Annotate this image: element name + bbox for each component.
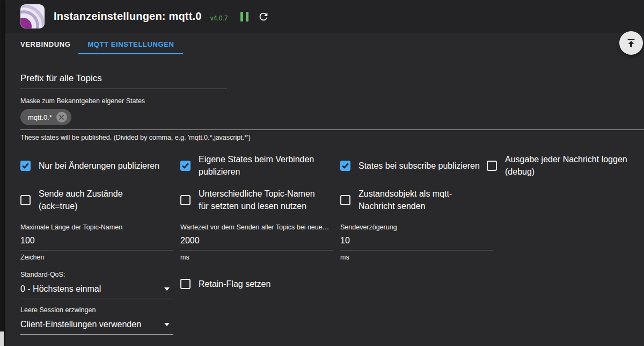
refresh-icon[interactable]: [258, 11, 269, 23]
checkbox-debug-log-messages[interactable]: Ausgabe jeder Nachricht loggen (debug): [487, 153, 644, 178]
send-interval-field: Sendeverzögerung ms: [340, 223, 493, 262]
checkbox-icon[interactable]: [340, 195, 350, 205]
max-topic-length-field: Maximale Länge der Topic-Namen Zeichen: [20, 223, 173, 262]
field-helper: ms: [180, 253, 333, 262]
clean-session-select[interactable]: Leere Session erzwingen Client-Einstellu…: [20, 306, 173, 335]
checkbox-icon[interactable]: [487, 161, 497, 171]
session-row: Leere Session erzwingen Client-Einstellu…: [20, 306, 644, 335]
chevron-down-icon: [164, 323, 170, 326]
checkbox-icon[interactable]: [180, 279, 191, 289]
tab-mqtt-einstellungen[interactable]: MQTT EINSTELLUNGEN: [78, 33, 183, 55]
checkbox-label: Zustandsobjekt als mqtt-Nachricht senden: [358, 188, 460, 212]
field-label: Wartezeit vor dem Senden aller Topics be…: [180, 223, 333, 232]
checkbox-row-1: Nur bei Änderungen publizieren Eigene St…: [20, 153, 644, 178]
checkbox-retain-flag[interactable]: Retain-Flag setzen: [180, 278, 644, 290]
chevron-down-icon: [164, 287, 170, 291]
send-delay-on-connect-field: Wartezeit vor dem Senden aller Topics be…: [180, 223, 333, 262]
checkbox-publish-on-change[interactable]: Nur bei Änderungen publizieren: [20, 153, 180, 178]
checkbox-label: Eigene States beim Verbinden publizieren: [199, 153, 323, 178]
send-interval-input[interactable]: [340, 233, 493, 250]
checkbox-label: Retain-Flag setzen: [199, 278, 270, 290]
background-edge-notch: [0, 331, 4, 346]
qos-row: Standard-QoS: 0 - Höchstens einmal Retai…: [20, 270, 644, 299]
publish-mask-label: Maske zum Bekanntgeben eigener States: [20, 97, 644, 105]
field-label: Sendeverzögerung: [340, 223, 493, 232]
default-qos-select[interactable]: Standard-QoS: 0 - Höchstens einmal: [20, 270, 173, 299]
checkbox-publish-states-on-subscribe[interactable]: States bei subscribe publizieren: [340, 153, 487, 178]
send-delay-on-connect-input[interactable]: [180, 233, 333, 250]
field-label: Maximale Länge der Topic-Namen: [20, 223, 173, 232]
scroll-top-fab[interactable]: [619, 31, 643, 55]
pause-icon[interactable]: [240, 12, 248, 21]
select-value: 0 - Höchstens einmal: [20, 284, 101, 294]
checkbox-icon[interactable]: [20, 195, 31, 205]
publish-mask-chips-input[interactable]: mqtt.0.*: [20, 109, 644, 130]
publish-mask-helper-text: These states will be published. (Divided…: [20, 133, 644, 142]
checkbox-publish-own-states-on-connect[interactable]: Eigene States beim Verbinden publizieren: [180, 153, 340, 178]
publish-up-icon: [625, 37, 637, 49]
field-helper: ms: [340, 253, 493, 262]
mqtt-adapter-logo-icon: [20, 4, 45, 28]
settings-form: Prefix für alle Topics Maske zum Bekannt…: [5, 73, 644, 335]
checkbox-row-2: Sende auch Zustände (ack=true) Unterschi…: [20, 188, 644, 212]
mask-chip-label: mqtt.0.*: [28, 113, 52, 121]
checkbox-icon[interactable]: [180, 161, 191, 171]
max-topic-length-input[interactable]: [20, 233, 173, 250]
field-helper: Zeichen: [20, 253, 173, 262]
tab-verbindung[interactable]: VERBINDUNG: [20, 33, 70, 55]
mask-chip[interactable]: mqtt.0.*: [20, 109, 71, 125]
checkbox-icon[interactable]: [340, 161, 350, 171]
dialog-title: Instanzeinstellungen: mqtt.0: [54, 10, 202, 23]
checkbox-state-object-as-mqtt-message[interactable]: Zustandsobjekt als mqtt-Nachricht senden: [340, 188, 487, 212]
checkbox-label: States bei subscribe publizieren: [358, 160, 480, 172]
checkbox-icon[interactable]: [20, 161, 31, 171]
app-bar: Instanzeinstellungen: mqtt.0 v4.0.7: [5, 0, 644, 33]
publish-mask-field: Maske zum Bekanntgeben eigener States mq…: [20, 97, 644, 142]
checkbox-label: Sende auch Zustände (ack=true): [39, 188, 129, 212]
checkbox-icon[interactable]: [180, 195, 191, 205]
select-label: Leere Session erzwingen: [20, 306, 173, 314]
checkbox-label: Ausgabe jeder Nachricht loggen (debug): [505, 153, 644, 178]
select-label: Standard-QoS:: [20, 270, 173, 279]
adapter-version-badge: v4.0.7: [210, 15, 228, 22]
checkbox-label: Nur bei Änderungen publizieren: [39, 160, 159, 172]
checkbox-send-ack-states[interactable]: Sende auch Zustände (ack=true): [20, 188, 180, 212]
checkbox-label: Unterschiedliche Topic-Namen für setzten…: [199, 188, 326, 212]
prefix-input-label: Prefix für alle Topics: [20, 73, 227, 89]
checkbox-different-topic-names[interactable]: Unterschiedliche Topic-Namen für setzten…: [180, 188, 340, 212]
prefix-input[interactable]: Prefix für alle Topics: [20, 73, 227, 89]
select-value: Client-Einstellungen verwenden: [20, 320, 141, 329]
chip-delete-icon[interactable]: [56, 112, 67, 122]
tab-bar: VERBINDUNG MQTT EINSTELLUNGEN: [5, 33, 644, 55]
number-fields-row: Maximale Länge der Topic-Namen Zeichen W…: [20, 223, 644, 262]
instance-settings-dialog: Instanzeinstellungen: mqtt.0 v4.0.7 VERB…: [5, 0, 644, 346]
